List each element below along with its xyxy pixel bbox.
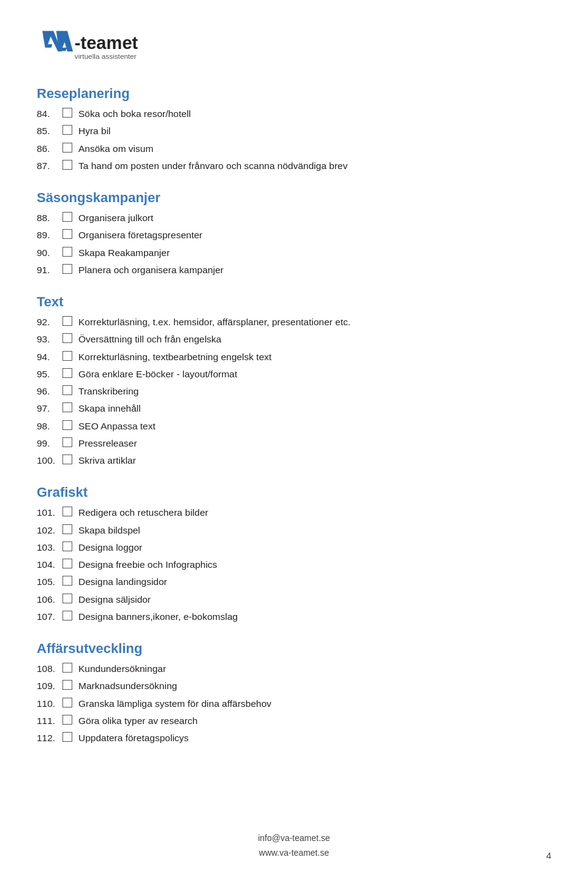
- checkbox-icon[interactable]: [62, 698, 72, 707]
- item-number: 108.: [37, 662, 62, 676]
- item-number: 93.: [37, 332, 62, 346]
- item-number: 97.: [37, 401, 62, 415]
- section-heading-grafiskt: Grafiskt: [37, 485, 551, 500]
- list-item: 99.Pressreleaser: [37, 436, 551, 450]
- svg-marker-1: [56, 31, 73, 51]
- item-text: Uppdatera företagspolicys: [78, 731, 189, 745]
- item-text: Pressreleaser: [78, 436, 137, 450]
- list-item: 98.SEO Anpassa text: [37, 419, 551, 433]
- list-item: 90.Skapa Reakampanjer: [37, 246, 551, 260]
- checkbox-icon[interactable]: [62, 541, 72, 551]
- item-number: 101.: [37, 505, 62, 519]
- list-item: 106.Designa säljsidor: [37, 592, 551, 606]
- checkbox-icon[interactable]: [62, 247, 72, 257]
- list-item: 97.Skapa innehåll: [37, 401, 551, 415]
- checkbox-icon[interactable]: [62, 524, 72, 534]
- item-number: 84.: [37, 107, 62, 121]
- list-item: 103.Designa loggor: [37, 540, 551, 554]
- checkbox-icon[interactable]: [62, 385, 72, 395]
- item-number: 86.: [37, 141, 62, 156]
- item-text: Planera och organisera kampanjer: [78, 263, 224, 277]
- item-text: Organisera julkort: [78, 211, 153, 225]
- checkbox-icon[interactable]: [62, 507, 72, 516]
- logo-area: -teamet virtuella assistenter: [37, 25, 551, 67]
- page-number: 4: [546, 850, 551, 861]
- list-item: 104.Designa freebie och Infographics: [37, 557, 551, 572]
- checkbox-icon[interactable]: [62, 715, 72, 725]
- list-item: 101.Redigera och retuschera bilder: [37, 505, 551, 519]
- item-text: Skapa bildspel: [78, 523, 140, 537]
- list-item: 105.Designa landingsidor: [37, 575, 551, 589]
- item-text: Ansöka om visum: [78, 141, 153, 156]
- list-item: 85.Hyra bil: [37, 124, 551, 138]
- item-number: 96.: [37, 384, 62, 398]
- item-number: 91.: [37, 263, 62, 277]
- section-heading-affärsutveckling: Affärsutveckling: [37, 641, 551, 657]
- section-heading-text: Text: [37, 294, 551, 310]
- item-text: Kundundersökningar: [78, 662, 166, 676]
- checkbox-icon[interactable]: [62, 576, 72, 586]
- checkbox-icon[interactable]: [62, 594, 72, 603]
- item-text: Ta hand om posten under frånvaro och sca…: [78, 159, 347, 173]
- list-item: 102.Skapa bildspel: [37, 523, 551, 537]
- checkbox-icon[interactable]: [62, 437, 72, 447]
- checkbox-icon[interactable]: [62, 160, 72, 170]
- item-text: SEO Anpassa text: [78, 419, 156, 433]
- item-text: Designa loggor: [78, 540, 142, 554]
- logo-svg: -teamet virtuella assistenter: [37, 25, 159, 67]
- item-text: Skriva artiklar: [78, 453, 136, 467]
- item-text: Organisera företagspresenter: [78, 228, 202, 242]
- checkbox-icon[interactable]: [62, 455, 72, 464]
- list-item: 112.Uppdatera företagspolicys: [37, 731, 551, 745]
- item-text: Söka och boka resor/hotell: [78, 107, 191, 121]
- checkbox-icon[interactable]: [62, 125, 72, 135]
- item-text: Korrekturläsning, textbearbetning engels…: [78, 350, 271, 364]
- list-item: 86.Ansöka om visum: [37, 141, 551, 156]
- item-text: Designa landingsidor: [78, 575, 167, 589]
- svg-text:-teamet: -teamet: [75, 33, 138, 53]
- item-text: Göra olika typer av research: [78, 714, 198, 728]
- item-number: 103.: [37, 540, 62, 554]
- item-number: 102.: [37, 523, 62, 537]
- item-number: 109.: [37, 679, 62, 693]
- item-text: Skapa Reakampanjer: [78, 246, 170, 260]
- list-item: 93.Översättning till och från engelska: [37, 332, 551, 346]
- item-number: 85.: [37, 124, 62, 138]
- list-item: 110.Granska lämpliga system för dina aff…: [37, 696, 551, 711]
- list-item: 87.Ta hand om posten under frånvaro och …: [37, 159, 551, 173]
- list-item: 95.Göra enklare E-böcker - layout/format: [37, 367, 551, 381]
- list-item: 92.Korrekturläsning, t.ex. hemsidor, aff…: [37, 315, 551, 329]
- footer-email: info@va-teamet.se: [0, 831, 588, 846]
- checkbox-icon[interactable]: [62, 108, 72, 118]
- list-item: 84.Söka och boka resor/hotell: [37, 107, 551, 121]
- item-number: 94.: [37, 350, 62, 364]
- item-number: 89.: [37, 228, 62, 242]
- item-number: 112.: [37, 731, 62, 745]
- checkbox-icon[interactable]: [62, 316, 72, 326]
- item-text: Korrekturläsning, t.ex. hemsidor, affärs…: [78, 315, 350, 329]
- checkbox-icon[interactable]: [62, 264, 72, 274]
- checkbox-icon[interactable]: [62, 663, 72, 673]
- checkbox-icon[interactable]: [62, 680, 72, 690]
- checkbox-icon[interactable]: [62, 559, 72, 568]
- item-number: 107.: [37, 609, 62, 624]
- checkbox-icon[interactable]: [62, 333, 72, 343]
- content-area: Reseplanering84.Söka och boka resor/hote…: [37, 86, 551, 745]
- list-item: 88.Organisera julkort: [37, 211, 551, 225]
- section-heading-reseplanering: Reseplanering: [37, 86, 551, 102]
- checkbox-icon[interactable]: [62, 143, 72, 153]
- item-text: Transkribering: [78, 384, 139, 398]
- footer: info@va-teamet.se www.va-teamet.se: [0, 831, 588, 861]
- checkbox-icon[interactable]: [62, 212, 72, 222]
- checkbox-icon[interactable]: [62, 732, 72, 742]
- item-text: Hyra bil: [78, 124, 111, 138]
- checkbox-icon[interactable]: [62, 402, 72, 412]
- checkbox-icon[interactable]: [62, 229, 72, 239]
- checkbox-icon[interactable]: [62, 420, 72, 430]
- item-text: Redigera och retuschera bilder: [78, 505, 208, 519]
- item-number: 100.: [37, 453, 62, 467]
- checkbox-icon[interactable]: [62, 368, 72, 378]
- item-number: 92.: [37, 315, 62, 329]
- checkbox-icon[interactable]: [62, 351, 72, 361]
- checkbox-icon[interactable]: [62, 611, 72, 621]
